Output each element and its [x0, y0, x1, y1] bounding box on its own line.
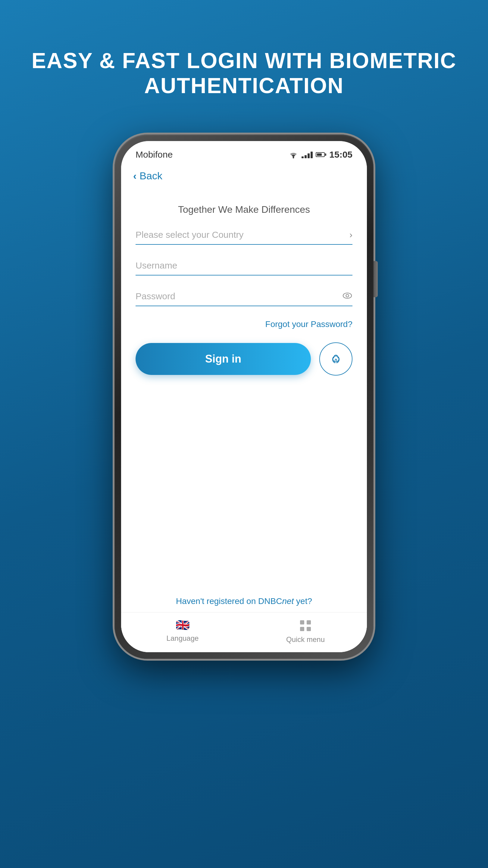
biometric-button[interactable]	[319, 342, 352, 375]
language-tab-label: Language	[167, 634, 199, 643]
forgot-password-section: Forgot your Password?	[135, 319, 352, 329]
uk-flag-icon: 🇬🇧	[175, 618, 190, 632]
battery-icon	[316, 152, 326, 157]
back-label: Back	[139, 170, 162, 182]
register-link[interactable]: Haven't registered on DNBCnet yet?	[176, 596, 312, 606]
back-chevron-icon: ‹	[133, 170, 136, 181]
back-button[interactable]: ‹ Back	[121, 163, 367, 189]
screen-content: ‹ Back Together We Make Differences Plea…	[121, 163, 367, 652]
time-display: 15:05	[329, 150, 352, 160]
language-tab[interactable]: 🇬🇧 Language	[161, 618, 204, 644]
country-chevron-icon: ›	[350, 230, 352, 240]
phone-shell: Mobifone	[115, 134, 373, 659]
phone-screen: Mobifone	[121, 141, 367, 652]
phone-mockup: Mobifone	[115, 134, 373, 665]
side-button	[373, 261, 378, 297]
svg-rect-6	[300, 627, 304, 631]
tagline-text: Together We Make Differences	[121, 204, 367, 215]
status-bar: Mobifone	[121, 141, 367, 163]
country-placeholder: Please select your Country	[135, 230, 244, 240]
carrier-label: Mobifone	[135, 150, 173, 160]
svg-point-0	[293, 157, 294, 158]
quick-menu-tab-label: Quick menu	[286, 635, 325, 644]
svg-rect-4	[300, 620, 304, 624]
svg-point-1	[343, 293, 352, 299]
register-section: Haven't registered on DNBCnet yet?	[135, 394, 352, 612]
svg-rect-5	[307, 620, 311, 624]
signin-button[interactable]: Sign in	[135, 343, 311, 375]
svg-point-2	[346, 294, 349, 297]
headline-section: EASY & FAST LOGIN WITH BIOMETRIC AUTHENT…	[0, 0, 488, 98]
fingerprint-icon	[328, 351, 344, 367]
signin-row: Sign in	[135, 342, 352, 375]
eye-icon[interactable]	[342, 291, 352, 301]
username-placeholder: Username	[135, 260, 177, 271]
signal-icon	[301, 151, 313, 158]
forgot-password-link[interactable]: Forgot your Password?	[265, 319, 352, 329]
country-field[interactable]: Please select your Country ›	[135, 227, 352, 245]
quick-menu-icon	[298, 618, 313, 633]
bottom-tab-bar: 🇬🇧 Language	[121, 612, 367, 652]
quick-menu-tab[interactable]: Quick menu	[284, 618, 327, 644]
svg-rect-7	[307, 627, 311, 631]
headline-text: EASY & FAST LOGIN WITH BIOMETRIC AUTHENT…	[0, 48, 488, 98]
password-field[interactable]: Password	[135, 289, 352, 306]
wifi-icon	[288, 151, 298, 158]
username-field[interactable]: Username	[135, 258, 352, 276]
form-area: Please select your Country › Username Pa…	[121, 227, 367, 612]
status-icons: 15:05	[288, 150, 352, 160]
password-placeholder: Password	[135, 291, 175, 301]
